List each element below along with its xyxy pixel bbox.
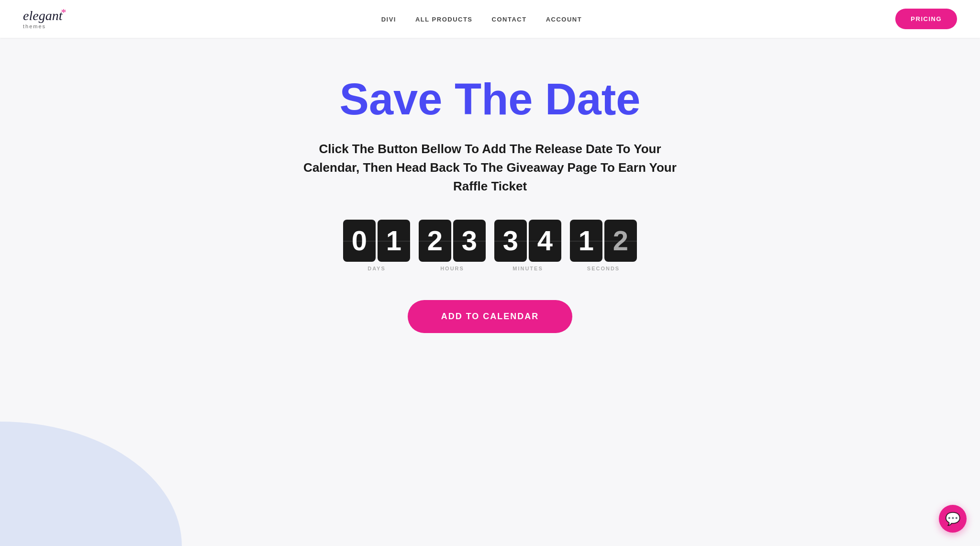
minutes-digits: 3 4 (494, 220, 561, 262)
days-digits: 0 1 (343, 220, 410, 262)
hours-digit-0: 2 (419, 220, 451, 262)
nav-item-account[interactable]: ACCOUNT (546, 15, 582, 23)
minutes-label: MINUTES (512, 266, 543, 271)
countdown-days: 0 1 DAYS (343, 220, 410, 271)
chat-icon: 💬 (945, 512, 960, 526)
nav-item-contact[interactable]: CONTACT (492, 15, 527, 23)
nav-link-all-products[interactable]: ALL PRODUCTS (415, 16, 473, 23)
countdown-seconds: 1 2 SECONDS (570, 220, 637, 271)
main-content: Save The Date Click The Button Bellow To… (0, 38, 980, 362)
days-digit-0: 0 (343, 220, 376, 262)
page-headline: Save The Date (340, 76, 641, 123)
seconds-digit-0: 1 (570, 220, 602, 262)
nav-item-all-products[interactable]: ALL PRODUCTS (415, 15, 473, 23)
countdown-timer: 0 1 DAYS 2 3 HOURS 3 4 MINUTES 1 2 SEC (343, 220, 637, 271)
minutes-digit-0: 3 (494, 220, 527, 262)
pricing-button[interactable]: PRICING (895, 9, 957, 29)
nav-link-divi[interactable]: DIVI (381, 16, 396, 23)
logo-star-icon: * (61, 6, 66, 19)
navbar: elegant * themes DIVI ALL PRODUCTS CONTA… (0, 0, 980, 38)
countdown-minutes: 3 4 MINUTES (494, 220, 561, 271)
nav-links: DIVI ALL PRODUCTS CONTACT ACCOUNT (381, 15, 582, 23)
add-to-calendar-button[interactable]: ADD TO CALENDAR (408, 300, 573, 333)
seconds-digit-1: 2 (604, 220, 637, 262)
hours-digit-1: 3 (453, 220, 486, 262)
page-subtext: Click The Button Bellow To Add The Relea… (303, 140, 677, 196)
hours-digits: 2 3 (419, 220, 486, 262)
seconds-label: SECONDS (587, 266, 620, 271)
nav-link-account[interactable]: ACCOUNT (546, 16, 582, 23)
logo-text: elegant (23, 9, 62, 22)
logo[interactable]: elegant * themes (23, 9, 67, 29)
countdown-hours: 2 3 HOURS (419, 220, 486, 271)
chat-widget-button[interactable]: 💬 (939, 505, 967, 533)
hours-label: HOURS (440, 266, 464, 271)
seconds-digits: 1 2 (570, 220, 637, 262)
nav-link-contact[interactable]: CONTACT (492, 16, 527, 23)
days-digit-1: 1 (378, 220, 410, 262)
logo-subtext: themes (23, 23, 46, 29)
minutes-digit-1: 4 (529, 220, 561, 262)
background-decoration (0, 422, 182, 546)
nav-item-divi[interactable]: DIVI (381, 15, 396, 23)
days-label: DAYS (368, 266, 386, 271)
